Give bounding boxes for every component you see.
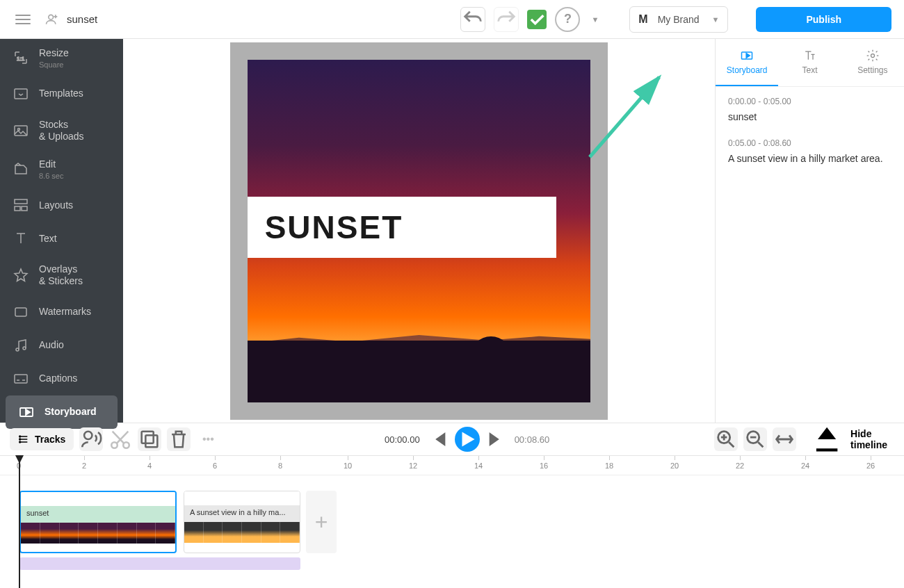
brand-badge: M [638, 13, 647, 26]
sidebar-item-label: Edit [39, 158, 63, 170]
tracks-label: Tracks [35, 434, 65, 445]
fit-button[interactable] [773, 427, 796, 451]
svg-point-17 [19, 439, 21, 440]
storyboard-entry[interactable]: 0:05.00 - 0:08.60 A sunset view in a hil… [728, 138, 891, 166]
sidebar-item-label: Audio [39, 339, 64, 351]
sidebar-item-sublabel: 8.6 sec [39, 172, 63, 180]
storyboard-entry[interactable]: 0:00.00 - 0:05.00 sunset [728, 97, 891, 124]
timeline-ruler[interactable]: 02468101214161820222426 [0, 456, 904, 475]
delete-button[interactable] [167, 427, 191, 451]
image-icon [13, 122, 29, 139]
right-panel: Storyboard Text Settings 0:00.00 - 0:05.… [715, 39, 904, 423]
svg-point-20 [112, 442, 118, 448]
tab-text[interactable]: Text [778, 39, 841, 86]
svg-point-16 [19, 436, 21, 437]
entry-text: A sunset view in a hilly market area. [728, 152, 891, 166]
tab-storyboard[interactable]: Storyboard [716, 39, 778, 86]
tracks-button[interactable]: Tracks [10, 428, 74, 450]
canvas[interactable]: SUNSET [230, 42, 608, 420]
cut-button[interactable] [108, 427, 132, 451]
timeline-clip[interactable]: A sunset view in a hilly ma... [184, 491, 300, 553]
tab-label: Text [802, 65, 817, 75]
more-button[interactable]: ••• [196, 427, 220, 451]
publish-button[interactable]: Publish [756, 7, 891, 32]
brand-label: My Brand [658, 14, 700, 25]
star-icon [13, 267, 29, 284]
svg-point-18 [19, 441, 21, 443]
sidebar-item-storyboard[interactable]: Storyboard [6, 395, 118, 429]
resize-icon: 1:1 [13, 49, 29, 66]
undo-button[interactable] [460, 7, 485, 32]
tab-label: Settings [857, 65, 887, 75]
svg-point-19 [84, 432, 92, 439]
svg-rect-6 [15, 206, 20, 211]
svg-point-10 [23, 347, 26, 350]
timeline[interactable]: 02468101214161820222426 sunset A sunset … [0, 455, 904, 588]
sidebar-item-label: Text [39, 233, 57, 245]
playhead[interactable] [19, 456, 20, 588]
entry-time: 0:00.00 - 0:05.00 [728, 97, 891, 106]
sidebar-item-watermarks[interactable]: Watermarks [0, 295, 123, 329]
watermark-icon [13, 304, 29, 320]
storyboard-icon [740, 49, 754, 63]
tab-settings[interactable]: Settings [841, 39, 904, 86]
entry-time: 0:05.00 - 0:08.60 [728, 138, 891, 148]
sidebar-item-layouts[interactable]: Layouts [0, 188, 123, 222]
svg-rect-8 [15, 308, 26, 316]
clip-label: A sunset view in a hilly ma... [184, 505, 300, 522]
text-icon [13, 230, 29, 247]
svg-rect-2 [15, 89, 27, 99]
storyboard-icon [18, 404, 35, 420]
svg-point-0 [49, 15, 54, 19]
skip-forward-button[interactable] [485, 427, 509, 451]
sidebar-item-text[interactable]: Text [0, 222, 123, 255]
sidebar-item-audio[interactable]: Audio [0, 329, 123, 362]
svg-rect-7 [22, 206, 27, 211]
sidebar-item-captions[interactable]: Captions [0, 362, 123, 395]
current-time: 00:00.00 [385, 434, 420, 445]
gear-icon [866, 49, 880, 63]
sidebar-item-resize[interactable]: 1:1 ResizeSquare [0, 39, 123, 77]
canvas-area: SUNSET [123, 39, 715, 423]
sidebar-item-overlays[interactable]: Overlays & Stickers [0, 255, 123, 295]
sidebar-item-templates[interactable]: Templates [0, 77, 123, 111]
project-title-input[interactable] [67, 13, 157, 25]
sidebar-item-sublabel: Square [39, 60, 69, 69]
timeline-clip[interactable]: sunset [19, 491, 177, 553]
skip-back-button[interactable] [426, 427, 449, 451]
layouts-icon [13, 197, 29, 213]
svg-rect-22 [142, 432, 154, 443]
audio-track[interactable] [19, 557, 300, 570]
sidebar-item-label: Layouts [39, 199, 73, 211]
sidebar-item-label: Resize [39, 47, 69, 59]
sidebar-item-label: Templates [39, 88, 83, 99]
sidebar-item-stocks[interactable]: Stocks & Uploads [0, 111, 123, 151]
sidebar-item-label: Stocks & Uploads [39, 119, 84, 142]
copy-button[interactable] [138, 427, 161, 451]
sidebar-item-label: Storyboard [45, 406, 97, 418]
sidebar-item-edit[interactable]: Edit8.6 sec [0, 150, 123, 188]
hide-timeline-label: Hide timeline [850, 428, 887, 450]
zoom-out-button[interactable] [743, 427, 767, 451]
zoom-in-button[interactable] [714, 427, 738, 451]
edit-icon [13, 161, 29, 178]
chevron-down-icon[interactable]: ▼ [591, 15, 599, 24]
templates-icon [13, 85, 29, 102]
brand-select[interactable]: M My Brand ▼ [629, 6, 728, 33]
menu-icon[interactable] [13, 12, 33, 27]
sidebar-item-label: Watermarks [39, 306, 91, 318]
collapse-icon [809, 421, 845, 457]
help-button[interactable]: ? [555, 7, 580, 32]
svg-rect-11 [15, 375, 27, 383]
tab-label: Storyboard [727, 65, 768, 75]
svg-rect-23 [146, 435, 158, 447]
voice-button[interactable] [79, 427, 103, 451]
video-preview: SUNSET [248, 60, 590, 402]
add-clip-button[interactable]: + [306, 491, 337, 553]
svg-point-21 [124, 442, 130, 448]
add-user-icon[interactable] [45, 13, 58, 26]
play-button[interactable] [455, 427, 480, 452]
redo-button[interactable] [494, 7, 519, 32]
music-icon [13, 337, 29, 354]
sidebar-item-label: Overlays & Stickers [39, 263, 83, 287]
